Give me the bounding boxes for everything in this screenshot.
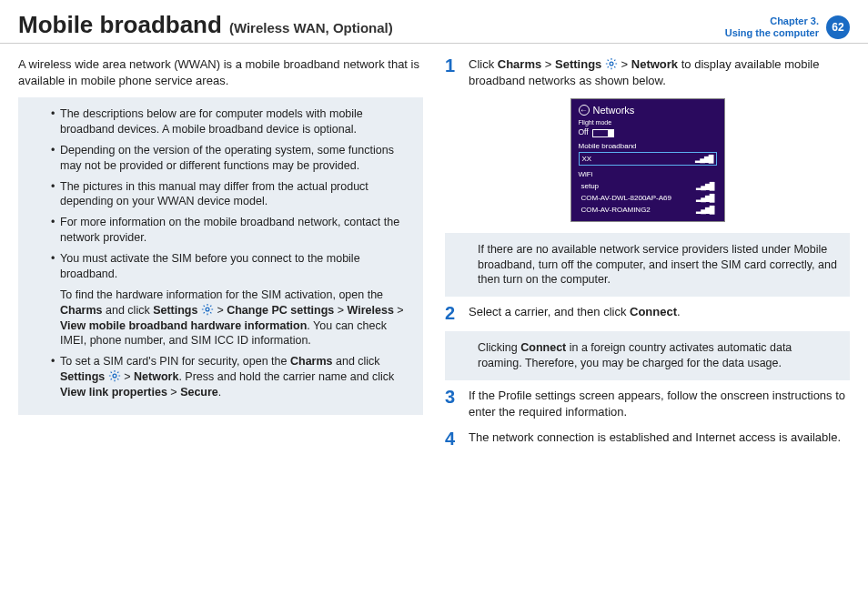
carrier-item-selected: XX▂▄▆█ [579,152,717,166]
chapter-label: Chapter 3. Using the computer [725,15,819,39]
note-item: To set a SIM card's PIN for security, op… [51,354,412,400]
note-item: Depending on the version of the operatin… [51,143,412,174]
gear-icon [605,57,618,70]
signal-icon: ▂▄▆█ [696,206,713,214]
toggle-icon [592,129,614,137]
gear-icon [201,303,214,316]
step-1: 1 Click Charms > Settings > Network to d… [445,56,850,89]
note-item: The pictures in this manual may differ f… [51,179,412,210]
info-box-left: The descriptions below are for computer … [18,97,423,415]
gear-icon [108,369,121,382]
back-icon: ← [579,105,590,116]
note-item: The descriptions below are for computer … [51,106,412,137]
step-text: If the Profile settings screen appears, … [469,388,850,420]
left-column: A wireless wide area network (WWAN) is a… [18,56,423,457]
right-column: 1 Click Charms > Settings > Network to d… [445,56,850,457]
page-number-badge: 62 [826,15,850,39]
signal-icon: ▂▄▆█ [696,182,713,190]
flight-mode-row: Off [579,127,717,136]
step-number: 2 [445,304,459,322]
step-text: The network connection is established an… [469,429,850,448]
step-3: 3 If the Profile settings screen appears… [445,388,850,420]
flight-mode-label: Flight mode [579,119,717,126]
signal-icon: ▂▄▆█ [696,194,713,202]
info-box-right-2: Clicking Connect in a foreign country ac… [445,331,850,380]
wifi-item: COM-AV-ROAMING2▂▄▆█ [579,204,717,216]
step-4: 4 The network connection is established … [445,429,850,448]
svg-point-1 [113,374,116,378]
step-2: 2 Select a carrier, and then click Conne… [445,304,850,322]
step-text: Select a carrier, and then click Connect… [469,304,850,322]
page-title-wrap: Mobile broadband (Wireless WAN, Optional… [18,11,393,39]
intro-text: A wireless wide area network (WWAN) is a… [18,56,423,88]
svg-point-2 [610,62,613,66]
svg-point-0 [206,308,209,311]
chapter-line1: Chapter 3. [725,15,819,27]
note-text: Clicking Connect in a foreign country ac… [478,341,792,369]
screenshot-title: Networks [593,105,635,116]
step-number: 4 [445,429,459,448]
wifi-item: setup▂▄▆█ [579,180,717,192]
note-sub: To find the hardware information for the… [51,288,412,349]
screenshot-header: ← Networks [579,105,717,116]
wifi-label: WiFi [579,170,717,178]
note-item: You must activate the SIM before you con… [51,251,412,282]
page-title: Mobile broadband [18,11,222,39]
step-number: 1 [445,56,459,89]
step-number: 3 [445,388,459,420]
mobile-broadband-label: Mobile broadband [579,142,717,150]
content: A wireless wide area network (WWAN) is a… [0,44,868,470]
note-text: If there are no available network servic… [478,243,837,287]
wifi-item: COM-AV-DWL-8200AP-A69▂▄▆█ [579,192,717,204]
page-subtitle: (Wireless WAN, Optional) [229,20,393,35]
note-item: For more information on the mobile broad… [51,215,412,246]
info-box-right-1: If there are no available network servic… [445,233,850,298]
header-right: Chapter 3. Using the computer 62 [725,15,850,39]
networks-screenshot: ← Networks Flight mode Off Mobile broadb… [570,98,725,221]
page-header: Mobile broadband (Wireless WAN, Optional… [0,0,868,44]
chapter-line2: Using the computer [725,27,819,39]
step-text: Click Charms > Settings > Network to dis… [469,56,850,89]
signal-icon: ▂▄▆█ [695,155,712,163]
